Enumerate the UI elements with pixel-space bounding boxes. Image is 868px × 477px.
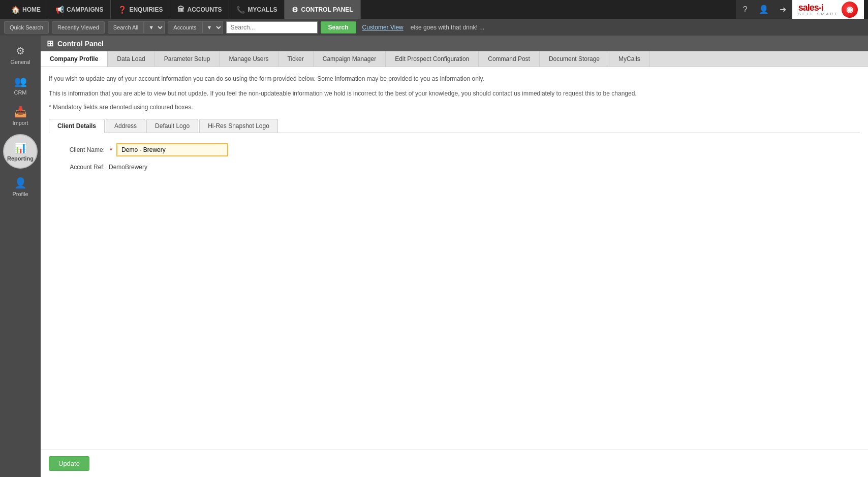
import-icon: 📥 — [14, 106, 27, 118]
client-name-input[interactable] — [116, 143, 228, 156]
update-btn-area: Update — [41, 450, 868, 477]
tab-mycalls[interactable]: MyCalls — [609, 51, 650, 67]
logo-area: sales-i SELL SMART ◉ — [792, 0, 864, 19]
quick-search-button[interactable]: Quick Search — [4, 21, 49, 34]
sidebar-label-profile: Profile — [12, 191, 28, 197]
required-star: * — [110, 146, 112, 154]
sidebar-label-import: Import — [12, 120, 28, 126]
controlpanel-icon: ⚙ — [292, 6, 298, 14]
nav-enquiries[interactable]: ❓ ENQUIRIES — [111, 0, 170, 19]
logout-button[interactable]: ➜ — [773, 0, 792, 19]
sidebar-item-import[interactable]: 📥 Import — [0, 101, 41, 131]
campaigns-icon: 📢 — [55, 6, 64, 14]
reporting-icon: 📊 — [14, 142, 27, 154]
profile-icon: 👤 — [14, 177, 27, 189]
tab-edit-prospect[interactable]: Edit Prospect Configuration — [386, 51, 479, 67]
sales-i-logo: sales-i SELL SMART ◉ — [798, 2, 858, 18]
sub-tab-hires-logo[interactable]: Hi-Res Snapshot Logo — [199, 119, 278, 133]
ticker-text: else goes with that drink! ... — [411, 24, 484, 31]
top-navigation: 🏠 HOME 📢 CAMPAIGNS ❓ ENQUIRIES 🏛 ACCOUNT… — [0, 0, 868, 19]
mandatory-note: * Mandatory fields are denoted using col… — [49, 104, 860, 111]
nav-mycalls[interactable]: 📞 MYCALLS — [229, 0, 285, 19]
sidebar-item-crm[interactable]: 👥 CRM — [0, 70, 41, 101]
search-button[interactable]: Search — [321, 21, 356, 34]
info-text-1: If you wish to update any of your accoun… — [49, 74, 860, 84]
nav-accounts-label: ACCOUNTS — [187, 6, 222, 13]
tab-company-profile[interactable]: Company Profile — [41, 51, 108, 67]
account-ref-row: Account Ref: DemoBrewery — [49, 164, 860, 171]
content-area: ⊞ Control Panel Company Profile Data Loa… — [41, 36, 868, 477]
tab-ticker[interactable]: Ticker — [278, 51, 314, 67]
tab-parameter-setup[interactable]: Parameter Setup — [155, 51, 220, 67]
search-bar: Quick Search Recently Viewed Search All … — [0, 19, 868, 36]
user-button[interactable]: 👤 — [755, 0, 773, 19]
sub-tab-bar: Client Details Address Default Logo Hi-R… — [49, 119, 860, 133]
nav-controlpanel-label: CONTROL PANEL — [301, 6, 353, 13]
home-icon: 🏠 — [11, 6, 20, 14]
accounts-icon: 🏛 — [177, 6, 184, 14]
info-text-2: This is information that you are able to… — [49, 89, 860, 99]
customer-view-link[interactable]: Customer View — [362, 24, 404, 31]
sidebar-item-reporting[interactable]: 📊 Reporting — [3, 134, 38, 169]
logo-name: sales-i SELL SMART — [798, 3, 839, 16]
client-name-row: Client Name: * — [49, 143, 860, 156]
sidebar-label-general: General — [10, 59, 30, 65]
sidebar-item-general[interactable]: ⚙ General — [0, 40, 41, 70]
search-all-select[interactable]: ▼ — [144, 21, 165, 34]
panel-header-title: Control Panel — [57, 40, 104, 48]
logo-sub-text: SELL SMART — [798, 12, 839, 16]
update-button[interactable]: Update — [49, 456, 89, 471]
logo-circle-icon: ◉ — [846, 5, 853, 14]
nav-accounts[interactable]: 🏛 ACCOUNTS — [170, 0, 229, 19]
tab-manage-users[interactable]: Manage Users — [220, 51, 278, 67]
sidebar: ⚙ General 👥 CRM 📥 Import 📊 Reporting 👤 P… — [0, 36, 41, 477]
nav-controlpanel[interactable]: ⚙ CONTROL PANEL — [285, 0, 360, 19]
logo-main-text: sales-i — [798, 3, 839, 12]
mycalls-icon: 📞 — [236, 6, 245, 14]
sub-tab-client-details[interactable]: Client Details — [49, 119, 105, 133]
logo-circle: ◉ — [842, 2, 858, 18]
page-content: If you wish to update any of your accoun… — [41, 67, 868, 450]
nav-enquiries-label: ENQUIRIES — [129, 6, 163, 13]
search-all-dropdown: Search All ▼ — [108, 21, 165, 34]
nav-campaigns[interactable]: 📢 CAMPAIGNS — [48, 0, 111, 19]
tab-document-storage[interactable]: Document Storage — [540, 51, 609, 67]
accounts-dropdown: Accounts ▼ — [168, 21, 223, 34]
tab-command-post[interactable]: Command Post — [479, 51, 540, 67]
tab-bar: Company Profile Data Load Parameter Setu… — [41, 51, 868, 67]
tab-campaign-manager[interactable]: Campaign Manager — [314, 51, 386, 67]
accounts-select[interactable]: ▼ — [202, 21, 223, 34]
tab-data-load[interactable]: Data Load — [108, 51, 154, 67]
search-input[interactable] — [226, 21, 318, 34]
general-icon: ⚙ — [16, 45, 25, 57]
account-ref-value: DemoBrewery — [109, 164, 147, 171]
client-name-label: Client Name: — [49, 146, 105, 153]
main-layout: ⚙ General 👥 CRM 📥 Import 📊 Reporting 👤 P… — [0, 36, 868, 477]
crm-icon: 👥 — [14, 75, 27, 87]
help-button[interactable]: ? — [736, 0, 755, 19]
search-all-button[interactable]: Search All — [108, 21, 144, 34]
sidebar-item-profile[interactable]: 👤 Profile — [0, 172, 41, 202]
top-nav-right: ? 👤 ➜ sales-i SELL SMART ◉ — [736, 0, 864, 19]
panel-header-icon: ⊞ — [47, 39, 53, 48]
sidebar-label-crm: CRM — [14, 89, 26, 96]
recently-viewed-button[interactable]: Recently Viewed — [52, 21, 105, 34]
nav-home-label: HOME — [22, 6, 41, 13]
sub-tab-address[interactable]: Address — [106, 119, 145, 133]
sub-tab-default-logo[interactable]: Default Logo — [146, 119, 198, 133]
nav-home[interactable]: 🏠 HOME — [4, 0, 48, 19]
account-ref-label: Account Ref: — [49, 164, 105, 171]
enquiries-icon: ❓ — [118, 6, 127, 14]
panel-header: ⊞ Control Panel — [41, 36, 868, 51]
nav-mycalls-label: MYCALLS — [247, 6, 277, 13]
nav-campaigns-label: CAMPAIGNS — [67, 6, 103, 13]
accounts-dropdown-button[interactable]: Accounts — [168, 21, 202, 34]
sidebar-label-reporting: Reporting — [7, 155, 34, 162]
